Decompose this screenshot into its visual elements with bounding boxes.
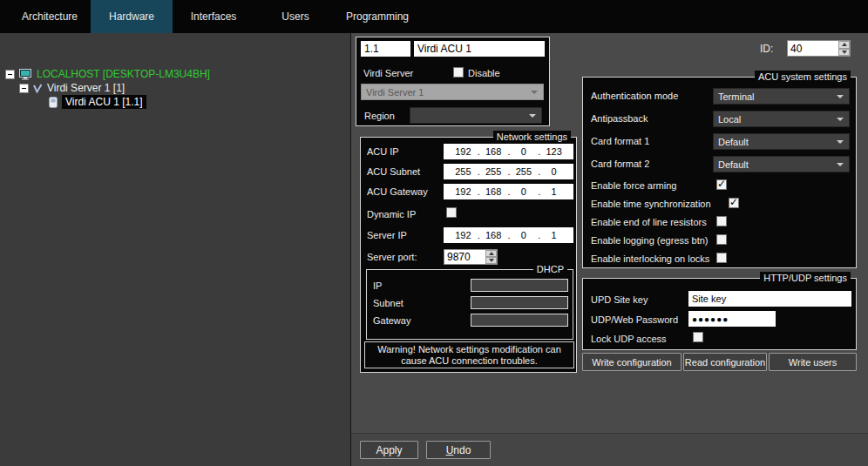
interlocking-checkbox[interactable] [716,253,727,263]
site-key-label: UPD Site key [591,294,648,306]
lock-udp-checkbox[interactable] [693,332,703,342]
menu-item-architecture[interactable]: Architecture [9,0,91,33]
acu-gateway-label: ACU Gateway [367,186,428,198]
menu-item-programming[interactable]: Programming [336,0,418,33]
authentication-mode-select[interactable]: Terminal [713,88,850,105]
write-users-button[interactable]: Write users [769,353,857,371]
tree-node-label: LOCALHOST [DESKTOP-LM3U4BH] [37,68,210,80]
logging-checkbox[interactable] [716,234,727,245]
down-arrow-icon [842,51,847,54]
force-arming-label: Enable force arming [591,180,676,192]
chevron-down-icon [529,114,536,118]
tree-node-localhost[interactable]: LOCALHOST [DESKTOP-LM3U4BH] [5,67,210,81]
ip-octet: 168 [478,186,509,197]
write-configuration-button[interactable]: Write configuration [582,353,682,371]
acu-gateway-field[interactable]: 192 168 0 1 [444,184,573,199]
device-name-field[interactable]: Virdi ACU 1 [414,41,545,57]
http-udp-settings-title: HTTP/UDP settings [760,272,851,284]
top-menu-bar: Architecture Hardware Interfaces Users P… [0,0,868,33]
collapse-icon[interactable] [19,84,29,93]
spinner-down-button[interactable] [838,49,850,57]
server-ip-label: Server IP [367,230,407,241]
time-sync-checkbox[interactable] [729,198,739,208]
region-label: Region [364,111,395,122]
spinner-up-button[interactable] [838,41,850,49]
ip-octet: 255 [448,166,478,177]
disable-checkbox[interactable] [453,67,464,78]
ip-octet: 192 [448,186,478,197]
spinner-down-button[interactable] [485,257,497,264]
server-select-value: Virdi Server 1 [366,87,424,98]
chevron-down-icon [837,163,844,166]
server-ip-field[interactable]: 192 168 0 1 [444,227,573,243]
id-label: ID: [760,44,773,55]
antipassback-select[interactable]: Local [713,111,850,127]
server-port-spinner[interactable]: 9870 [444,249,498,265]
ip-octet: 0 [509,186,539,197]
dhcp-ip-label: IP [373,280,382,292]
antipassback-label: Antipassback [591,113,648,125]
id-value[interactable]: 40 [788,41,838,56]
dhcp-subnet-label: Subnet [373,298,403,309]
dhcp-title: DHCP [533,263,567,275]
chevron-down-icon [837,118,844,121]
collapse-icon[interactable] [5,70,15,79]
device-tree-panel: LOCALHOST [DESKTOP-LM3U4BH] Virdi Server… [0,33,351,466]
menu-item-hardware[interactable]: Hardware [91,0,173,33]
chevron-down-icon [531,91,538,94]
acu-system-settings-title: ACU system settings [755,71,851,83]
ip-octet: 1 [539,186,569,197]
udp-password-field[interactable]: ●●●●●● [688,311,776,327]
card-format-2-value: Default [718,159,749,170]
card-format-1-label: Card format 1 [591,136,649,147]
acu-subnet-label: ACU Subnet [367,166,420,178]
chevron-down-icon [837,140,844,144]
dhcp-ip-field [471,279,568,292]
chevron-down-icon [837,95,844,98]
force-arming-checkbox[interactable] [716,179,727,190]
eol-resistors-checkbox[interactable] [716,216,727,226]
dhcp-gateway-label: Gateway [373,315,410,327]
undo-key: U [446,444,454,456]
spinner-buttons [485,250,497,264]
acu-subnet-field[interactable]: 255 255 255 0 [444,164,573,179]
undo-button[interactable]: Undo [426,441,491,459]
site-key-field[interactable]: Site key [688,291,851,307]
disable-label: Disable [468,68,500,79]
id-spinner[interactable]: 40 [787,40,851,57]
acu-ip-field[interactable]: 192 168 0 123 [444,144,573,159]
device-address-field[interactable]: 1.1 [361,41,410,57]
up-arrow-icon [842,43,847,46]
menu-item-interfaces[interactable]: Interfaces [173,0,254,33]
server-port-value[interactable]: 9870 [444,250,485,264]
read-configuration-button[interactable]: Read configuration [683,353,767,371]
dhcp-subnet-field [471,296,568,309]
lock-udp-label: Lock UDP access [591,334,667,345]
tree-node-server[interactable]: Virdi Server 1 [1] [19,81,125,95]
ip-octet: 168 [478,146,509,157]
spinner-up-button[interactable] [485,250,497,257]
dynamic-ip-label: Dynamic IP [367,209,416,220]
acu-device-icon [49,97,58,108]
server-icon [33,84,43,93]
app-window: Architecture Hardware Interfaces Users P… [0,0,868,466]
tree-node-acu[interactable]: Virdi ACU 1 [1.1] [49,95,146,109]
ip-octet: 0 [539,166,569,177]
acu-ip-label: ACU IP [367,146,399,158]
antipassback-value: Local [718,114,741,125]
card-format-1-select[interactable]: Default [713,133,850,150]
server-select: Virdi Server 1 [361,84,544,100]
ip-octet: 255 [478,166,509,177]
card-format-2-select[interactable]: Default [713,156,850,172]
udp-password-label: UDP/Web Password [591,314,678,326]
network-settings-title: Network settings [493,131,571,143]
menu-item-users[interactable]: Users [254,0,336,33]
region-select[interactable] [410,107,542,124]
tree-node-label: Virdi Server 1 [1] [47,82,125,94]
dynamic-ip-checkbox[interactable] [446,207,457,218]
card-format-2-label: Card format 2 [591,159,649,170]
apply-button[interactable]: Apply [360,441,418,459]
up-arrow-icon [489,252,494,255]
ip-octet: 1 [539,230,569,240]
eol-resistors-label: Enable end of line resistors [591,217,707,228]
